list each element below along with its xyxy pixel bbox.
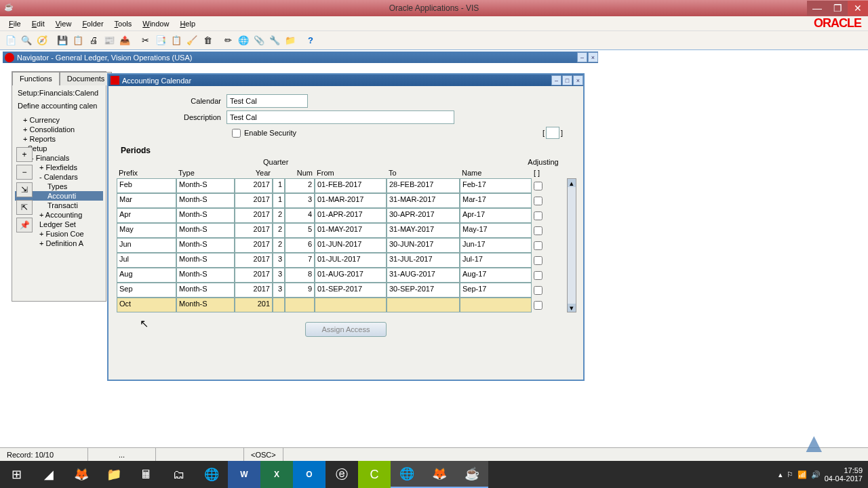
table-cell[interactable]: 2017 [235, 223, 273, 238]
cut-icon[interactable]: ✂ [138, 33, 153, 48]
table-scrollbar[interactable]: ▴ ▾ [567, 178, 576, 312]
task-java[interactable]: ☕ [456, 461, 488, 488]
table-row[interactable]: OctMonth-S201 [115, 298, 567, 312]
task-firefox[interactable]: 🦊 [65, 461, 98, 488]
table-cell[interactable]: 3 [285, 193, 315, 208]
help-icon[interactable]: ? [303, 33, 318, 48]
table-cell[interactable]: Apr-17 [460, 208, 532, 223]
navigator-titlebar[interactable]: Navigator - General Ledger, Vision Opera… [3, 52, 598, 63]
cal-min-button[interactable]: – [551, 75, 561, 85]
table-row[interactable]: AprMonth-S20172401-APR-201730-APR-2017Ap… [115, 208, 567, 223]
pin-button[interactable]: 📌 [16, 218, 33, 232]
printsetup-icon[interactable]: 📰 [102, 33, 117, 48]
table-cell[interactable]: 01-MAY-2017 [315, 223, 387, 238]
tree-item[interactable]: + Reports [15, 134, 103, 144]
assign-access-button[interactable]: Assign Access [305, 322, 387, 337]
table-cell[interactable]: 1 [273, 193, 285, 208]
table-cell[interactable]: Month-S [176, 283, 235, 298]
table-cell[interactable]: 2017 [235, 178, 273, 193]
save-icon[interactable]: 💾 [55, 33, 70, 48]
table-cell[interactable]: Mar [117, 193, 176, 208]
table-cell[interactable]: Jun-17 [460, 238, 532, 253]
table-cell[interactable]: 28-FEB-2017 [387, 178, 460, 193]
table-cell[interactable]: 2017 [235, 208, 273, 223]
translate-icon[interactable]: 🌐 [236, 33, 251, 48]
table-cell[interactable]: Month-S [176, 298, 235, 312]
table-cell[interactable]: 2017 [235, 193, 273, 208]
tray-up-icon[interactable]: ▴ [778, 470, 783, 479]
edit-icon[interactable]: ✏ [220, 33, 235, 48]
table-cell[interactable]: 6 [285, 238, 315, 253]
task-calc[interactable]: 🖩 [130, 461, 163, 488]
collapse-button[interactable]: − [16, 165, 33, 180]
adjusting-checkbox[interactable] [532, 178, 544, 193]
table-cell[interactable]: 31-JUL-2017 [387, 253, 460, 268]
table-cell[interactable]: 01-JUN-2017 [315, 238, 387, 253]
table-cell[interactable] [387, 298, 460, 312]
task-app1[interactable]: ◢ [33, 461, 65, 488]
minimize-button[interactable]: — [807, 1, 827, 16]
table-cell[interactable]: Aug [117, 268, 176, 283]
calendar-input[interactable] [226, 94, 308, 108]
table-cell[interactable]: 8 [285, 268, 315, 283]
print-icon[interactable]: 🖨 [86, 33, 101, 48]
menu-folder[interactable]: Folder [77, 18, 108, 30]
table-cell[interactable]: 01-APR-2017 [315, 208, 387, 223]
maximize-button[interactable]: ❐ [827, 1, 848, 16]
table-cell[interactable]: Month-S [176, 268, 235, 283]
table-row[interactable]: SepMonth-S20173901-SEP-201730-SEP-2017Se… [115, 283, 567, 298]
table-cell[interactable]: 31-AUG-2017 [387, 268, 460, 283]
table-cell[interactable]: May [117, 223, 176, 238]
menu-view[interactable]: View [50, 18, 77, 30]
export-icon[interactable]: 📤 [117, 33, 132, 48]
table-cell[interactable]: Month-S [176, 193, 235, 208]
table-cell[interactable]: 2017 [235, 283, 273, 298]
table-cell[interactable]: 2017 [235, 268, 273, 283]
task-camtasia[interactable]: C [358, 461, 391, 488]
table-cell[interactable]: 201 [235, 298, 273, 312]
tools-icon[interactable]: 🔧 [267, 33, 282, 48]
table-cell[interactable]: 5 [285, 223, 315, 238]
collapse-all-button[interactable]: ⇱ [16, 200, 33, 215]
adjusting-checkbox[interactable] [532, 253, 544, 268]
tree-item[interactable]: + Definition A [15, 239, 103, 248]
menu-window[interactable]: Window [137, 18, 174, 30]
table-cell[interactable]: Sep-17 [460, 283, 532, 298]
cal-close-button[interactable]: × [573, 75, 583, 85]
table-cell[interactable] [460, 298, 532, 312]
nav-icon[interactable]: 🧭 [35, 33, 50, 48]
find-icon[interactable]: 🔍 [19, 33, 34, 48]
expand-all-button[interactable]: ⇲ [16, 182, 33, 197]
table-cell[interactable] [315, 298, 387, 312]
table-cell[interactable]: 1 [273, 178, 285, 193]
nav-min-button[interactable]: – [577, 52, 587, 62]
adjusting-checkbox[interactable] [532, 268, 544, 283]
delete-icon[interactable]: 🗑 [200, 33, 215, 48]
adjusting-checkbox[interactable] [532, 238, 544, 253]
task-outlook[interactable]: O [293, 461, 326, 488]
table-cell[interactable]: 4 [285, 208, 315, 223]
table-cell[interactable]: Apr [117, 208, 176, 223]
attach-icon[interactable]: 📎 [252, 33, 267, 48]
table-cell[interactable] [273, 298, 285, 312]
expand-button[interactable]: + [16, 147, 33, 162]
table-cell[interactable] [285, 298, 315, 312]
tray-volume-icon[interactable]: 🔊 [811, 470, 821, 479]
adjusting-checkbox[interactable] [532, 283, 544, 298]
table-cell[interactable]: Aug-17 [460, 268, 532, 283]
adjusting-checkbox[interactable] [532, 208, 544, 223]
table-row[interactable]: MarMonth-S20171301-MAR-201731-MAR-2017Ma… [115, 193, 567, 208]
table-cell[interactable]: 2017 [235, 253, 273, 268]
task-excel[interactable]: X [260, 461, 293, 488]
table-cell[interactable]: 2 [273, 223, 285, 238]
table-row[interactable]: AugMonth-S20173801-AUG-201731-AUG-2017Au… [115, 268, 567, 283]
bracket-input[interactable] [546, 127, 559, 139]
adjusting-checkbox[interactable] [532, 298, 544, 312]
table-cell[interactable]: 2 [285, 178, 315, 193]
table-cell[interactable]: 31-MAR-2017 [387, 193, 460, 208]
task-word[interactable]: W [228, 461, 260, 488]
table-cell[interactable]: 01-MAR-2017 [315, 193, 387, 208]
table-cell[interactable]: 01-SEP-2017 [315, 283, 387, 298]
table-cell[interactable]: Month-S [176, 253, 235, 268]
clear-icon[interactable]: 🧹 [184, 33, 199, 48]
